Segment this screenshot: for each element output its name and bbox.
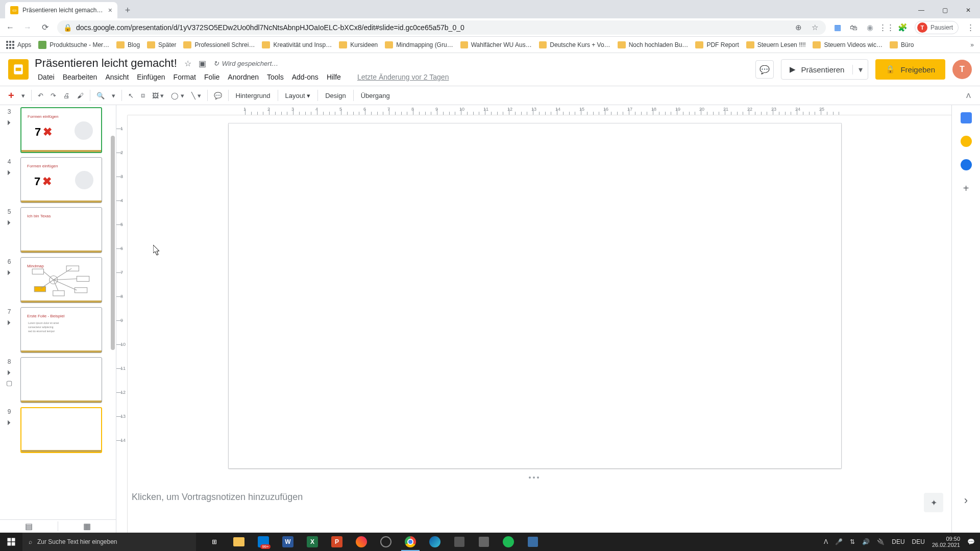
menu-bearbeiten[interactable]: Bearbeiten	[60, 72, 101, 82]
notifications-icon[interactable]: 💬	[967, 538, 975, 545]
transition-button[interactable]: Übergang	[357, 90, 394, 102]
app-icon[interactable]	[447, 533, 472, 551]
bookmark-item[interactable]: Steuern Videos wic…	[813, 41, 883, 48]
comments-button[interactable]: 💬	[755, 60, 774, 79]
mail-icon[interactable]: 99+	[251, 533, 276, 551]
word-icon[interactable]: W	[276, 533, 300, 551]
present-button[interactable]: ▶Präsentieren ▾	[781, 59, 868, 80]
new-tab-button[interactable]: +	[120, 3, 135, 17]
account-avatar[interactable]: T	[952, 60, 972, 79]
slide-thumbnail[interactable]: Ich bin Texas	[20, 207, 102, 253]
add-addon-button[interactable]: +	[963, 183, 969, 194]
extensions-icon[interactable]: 🧩	[898, 23, 908, 32]
ext1-icon[interactable]: 🛍	[849, 23, 859, 32]
document-title[interactable]: Präsentieren leicht gemacht!	[35, 57, 177, 70]
layout-button[interactable]: Layout ▾	[281, 90, 315, 102]
menu-folie[interactable]: Folie	[201, 72, 223, 82]
tray-chevron-icon[interactable]: ᐱ	[824, 538, 828, 545]
forward-button[interactable]: →	[22, 22, 33, 33]
notes-resize-handle[interactable]	[529, 477, 539, 479]
line-tool[interactable]: ╲ ▾	[188, 90, 204, 102]
explore-button[interactable]: ✦	[924, 493, 943, 512]
volume-icon[interactable]: 🔊	[862, 538, 870, 545]
bookmark-item[interactable]: Büro	[890, 41, 914, 48]
menu-ansicht[interactable]: Ansicht	[102, 72, 132, 82]
menu-tools[interactable]: Tools	[264, 72, 287, 82]
profile-button[interactable]: T Pausiert	[915, 21, 959, 34]
keep-icon[interactable]	[961, 136, 972, 147]
bookmark-item[interactable]: Kreativität und Insp…	[262, 41, 332, 48]
qr-icon[interactable]: ▦	[833, 23, 842, 32]
print-button[interactable]: 🖨	[60, 90, 73, 102]
present-dropdown[interactable]: ▾	[852, 65, 868, 74]
keyboard-indicator[interactable]: DEU	[912, 538, 925, 545]
slides-logo[interactable]	[8, 59, 29, 80]
slide-thumbnail[interactable]	[20, 357, 102, 403]
bookmark-item[interactable]: Mindmapping (Gru…	[385, 41, 453, 48]
battery-icon[interactable]: 🔌	[877, 538, 885, 545]
undo-button[interactable]: ↶	[35, 90, 46, 102]
comment-tool[interactable]: 💬	[211, 90, 225, 102]
mic-icon[interactable]: 🎤	[835, 538, 843, 545]
menu-addons[interactable]: Add-ons	[289, 72, 322, 82]
spotify-icon[interactable]	[496, 533, 521, 551]
new-slide-button[interactable]: +	[5, 88, 17, 104]
move-icon[interactable]: ▣	[199, 59, 206, 68]
start-button[interactable]	[0, 533, 22, 551]
bookmark-item[interactable]: Wahlfächer WU Aus…	[460, 41, 532, 48]
bookmark-item[interactable]: Später	[147, 41, 176, 48]
bookmark-item[interactable]: Professionell Schrei…	[183, 41, 255, 48]
bookmark-item[interactable]: Produktsuche - Mer…	[38, 41, 109, 49]
bookmark-item[interactable]: Deutsche Kurs + Vo…	[539, 41, 610, 48]
shape-tool[interactable]: ◯ ▾	[168, 90, 187, 102]
taskview-icon[interactable]: ⊞	[202, 533, 227, 551]
design-button[interactable]: Design	[321, 90, 350, 102]
menu-anordnen[interactable]: Anordnen	[225, 72, 262, 82]
zoom-icon[interactable]: ⊕	[794, 23, 803, 32]
slide-canvas[interactable]	[229, 123, 841, 468]
grid-view-button[interactable]: ▦	[58, 521, 116, 531]
apps-shortcut[interactable]: Apps	[6, 41, 31, 49]
redo-button[interactable]: ↷	[47, 90, 59, 102]
clock[interactable]: 09:5026.02.2021	[932, 536, 960, 548]
explorer-icon[interactable]	[227, 533, 251, 551]
wifi-icon[interactable]: ⇅	[850, 538, 855, 545]
excel-icon[interactable]: X	[300, 533, 325, 551]
lang-indicator[interactable]: DEU	[892, 538, 904, 545]
ext2-icon[interactable]: ◉	[866, 23, 875, 32]
taskbar-search[interactable]: ⌕Zur Suche Text hier eingeben	[22, 533, 196, 551]
browser-tab[interactable]: ▭ Präsentieren leicht gemacht! - G… ×	[5, 2, 117, 18]
bookmark-item[interactable]: Kursideen	[339, 41, 378, 48]
powerpoint-icon[interactable]: P	[325, 533, 349, 551]
collapse-toolbar-icon[interactable]: ᐱ	[962, 90, 975, 102]
menu-datei[interactable]: Datei	[35, 72, 58, 82]
bookmark-item[interactable]: Steuern Lesen !!!!	[746, 41, 806, 48]
zoom-dropdown[interactable]: ▾	[109, 90, 118, 102]
app-icon[interactable]	[521, 533, 545, 551]
menu-hilfe[interactable]: Hilfe	[324, 72, 344, 82]
calendar-icon[interactable]	[961, 112, 972, 123]
slide-thumbnail[interactable]: Erste Folie - BeispielLorem ipsum dolor …	[20, 307, 102, 353]
share-button[interactable]: 🔒Freigeben	[875, 59, 945, 80]
bookmark-item[interactable]: Noch hochladen Bu…	[618, 41, 689, 48]
filmstrip-view-button[interactable]: ▤	[0, 521, 58, 531]
filmstrip-scrollbar[interactable]	[111, 105, 115, 519]
minimize-button[interactable]: —	[910, 2, 933, 18]
tasks-icon[interactable]	[961, 159, 972, 170]
menu-format[interactable]: Format	[170, 72, 199, 82]
zoom-button[interactable]: 🔍	[93, 90, 108, 102]
last-change-link[interactable]: Letzte Änderung vor 2 Tagen	[354, 72, 452, 82]
speaker-notes[interactable]: Klicken, um Vortragsnotizen hinzuzufügen	[132, 482, 936, 512]
address-bar[interactable]: 🔒 docs.google.com/presentation/d/1yV372S…	[57, 20, 826, 35]
app-icon[interactable]	[374, 533, 398, 551]
chrome-icon[interactable]	[398, 533, 423, 551]
textbox-tool[interactable]: ⧈	[138, 89, 148, 102]
app-icon[interactable]	[349, 533, 374, 551]
maximize-button[interactable]: ▢	[933, 2, 957, 18]
select-tool[interactable]: ↖	[125, 90, 137, 102]
menu-einfuegen[interactable]: Einfügen	[134, 72, 168, 82]
next-slide-arrow[interactable]: ›	[964, 494, 968, 507]
tab-close-icon[interactable]: ×	[108, 6, 112, 14]
star-icon[interactable]: ☆	[184, 59, 191, 68]
slide-thumbnail[interactable]: Formen einfügen7✖	[20, 107, 102, 153]
